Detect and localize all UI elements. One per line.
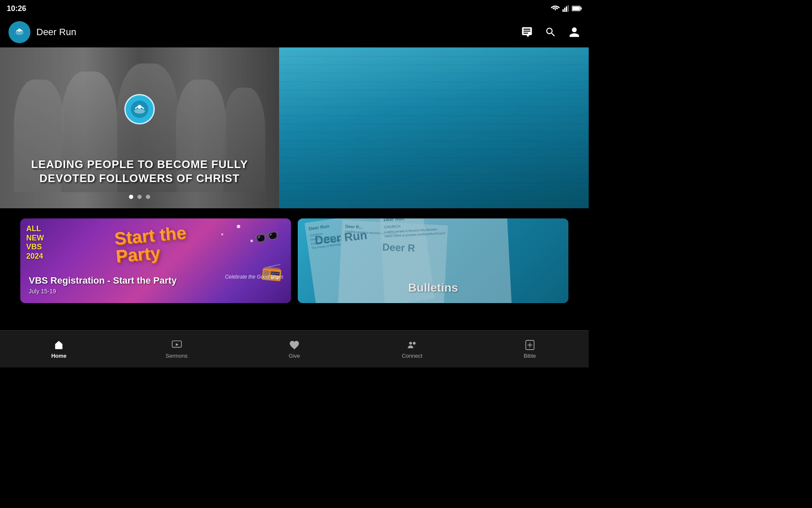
logo-icon xyxy=(11,24,27,40)
carousel-dots xyxy=(0,195,279,199)
give-icon xyxy=(288,339,300,351)
app-title: Deer Run xyxy=(36,27,521,38)
nav-connect[interactable]: Connect xyxy=(395,339,429,359)
bottom-nav: Home Sermons Give Conne xyxy=(0,330,589,367)
account-icon[interactable] xyxy=(568,26,580,38)
battery-icon xyxy=(572,6,582,11)
bulletins-title: Bulletins xyxy=(298,281,568,295)
app-logo[interactable] xyxy=(8,21,30,43)
hero-tagline: LEADING PEOPLE TO BECOME FULLY DEVOTED F… xyxy=(17,157,262,185)
connect-icon xyxy=(406,339,418,351)
svg-point-11 xyxy=(134,109,145,114)
dot-1[interactable] xyxy=(129,195,133,199)
dot-2[interactable] xyxy=(137,195,142,199)
nav-give[interactable]: Give xyxy=(277,339,311,359)
svg-rect-0 xyxy=(562,9,564,12)
vbs-title: VBS Registration - Start the Party xyxy=(29,275,283,286)
app-bar: Deer Run xyxy=(0,17,589,47)
svg-point-12 xyxy=(137,105,141,109)
vbs-card[interactable]: Start theParty 🕶️ 📻 Celebrate the Good N… xyxy=(20,218,291,303)
search-icon[interactable] xyxy=(545,26,557,38)
people-background: LEADING PEOPLE TO BECOME FULLY DEVOTED F… xyxy=(0,47,279,208)
hero-logo xyxy=(124,94,155,124)
hero-left-side: LEADING PEOPLE TO BECOME FULLY DEVOTED F… xyxy=(0,47,279,208)
bulletin-logo-text-2: Deer R xyxy=(382,241,415,254)
home-label: Home xyxy=(51,353,66,359)
vbs-subtitle: July 15-19 xyxy=(29,288,283,295)
bulletins-card[interactable]: Deer Run CHURCH March 17, 2024 9:30 and … xyxy=(298,218,568,303)
svg-rect-3 xyxy=(568,5,569,12)
give-label: Give xyxy=(289,353,300,359)
wifi-icon xyxy=(551,5,560,12)
sermons-label: Sermons xyxy=(166,353,188,359)
svg-point-15 xyxy=(409,342,412,345)
bible-icon xyxy=(524,339,536,351)
nav-bible[interactable]: Bible xyxy=(513,339,547,359)
status-bar: 10:26 xyxy=(0,0,589,17)
svg-rect-1 xyxy=(564,8,565,12)
svg-point-9 xyxy=(18,28,21,32)
svg-marker-14 xyxy=(176,343,178,346)
svg-rect-5 xyxy=(581,7,582,10)
svg-rect-2 xyxy=(566,6,567,12)
signal-icon xyxy=(562,5,569,12)
nav-home[interactable]: Home xyxy=(42,339,76,359)
svg-rect-6 xyxy=(572,7,580,10)
vbs-badge: ALLNEWVBS2024 xyxy=(26,224,44,261)
bible-label: Bible xyxy=(524,353,536,359)
hero-banner: LEADING PEOPLE TO BECOME FULLY DEVOTED F… xyxy=(0,47,589,208)
status-time: 10:26 xyxy=(7,4,26,13)
home-icon xyxy=(53,339,65,351)
vbs-card-content: ALLNEWVBS2024 VBS Registration - Start t… xyxy=(20,218,291,303)
messages-icon[interactable] xyxy=(521,26,533,38)
dot-3[interactable] xyxy=(146,195,150,199)
cards-section: Start theParty 🕶️ 📻 Celebrate the Good N… xyxy=(0,208,589,330)
connect-label: Connect xyxy=(402,353,422,359)
main-content: LEADING PEOPLE TO BECOME FULLY DEVOTED F… xyxy=(0,47,589,330)
bulletins-card-content: Bulletins xyxy=(298,281,568,295)
sermons-icon xyxy=(171,339,183,351)
nav-sermons[interactable]: Sermons xyxy=(160,339,194,359)
app-bar-actions xyxy=(521,26,580,38)
hero-text: LEADING PEOPLE TO BECOME FULLY DEVOTED F… xyxy=(0,157,279,185)
hero-right-side xyxy=(279,47,589,208)
status-icons xyxy=(551,5,582,12)
svg-point-16 xyxy=(413,342,416,345)
